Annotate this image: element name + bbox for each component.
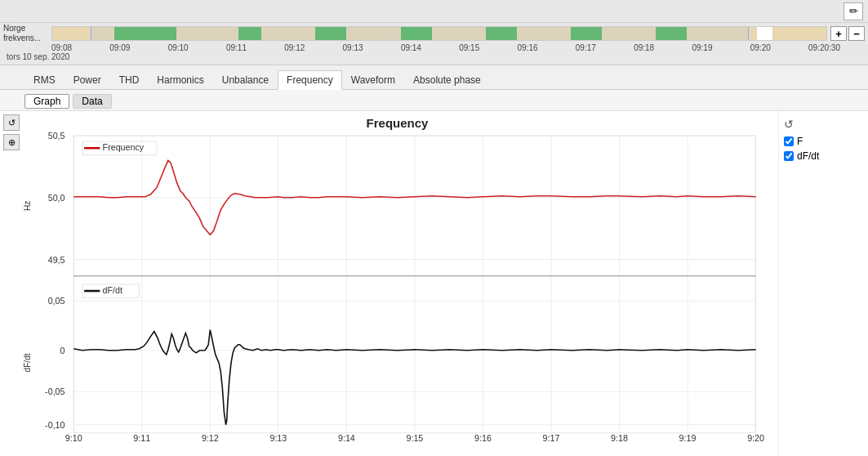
timeline-time-8: 09:16 — [518, 43, 538, 52]
timeline-time-4: 09:12 — [284, 43, 305, 52]
pencil-button[interactable]: ✏ — [844, 2, 863, 20]
tab-rms[interactable]: RMS — [24, 70, 65, 89]
legend-item-f: F — [784, 136, 863, 147]
timeline-time-13: 09:20:30 — [808, 43, 840, 52]
svg-text:Frequency: Frequency — [103, 144, 145, 153]
timeline-time-12: 09:20 — [750, 43, 771, 52]
svg-text:9:11: 9:11 — [133, 434, 150, 443]
tab-frequency[interactable]: Frequency — [278, 70, 342, 90]
frequency-chart: 50,5 50,0 49,5 Hz 0,05 0 -0,05 -0,10 dF/… — [21, 132, 773, 445]
svg-text:Time: Time — [404, 444, 425, 445]
tab-unbalance[interactable]: Unbalance — [213, 70, 278, 89]
tab-absolute-phase[interactable]: Absolute phase — [404, 70, 490, 89]
svg-text:2020 Sep Thu 10: 2020 Sep Thu 10 — [75, 445, 142, 445]
svg-text:9:15: 9:15 — [406, 434, 423, 443]
chart-area: Frequency — [0, 111, 778, 456]
svg-text:9:19: 9:19 — [679, 434, 697, 443]
timeline-time-3: 09:11 — [226, 43, 247, 52]
tab-harmonics[interactable]: Harmonics — [148, 70, 212, 89]
timeline-time-11: 09:19 — [692, 43, 712, 52]
timeline-time-9: 09:17 — [576, 43, 596, 52]
zoom-out-button[interactable]: − — [848, 26, 865, 41]
svg-text:9:18: 9:18 — [611, 434, 628, 443]
svg-text:-0,10: -0,10 — [45, 421, 65, 430]
sub-tab-data[interactable]: Data — [73, 94, 111, 109]
svg-text:9:16: 9:16 — [474, 434, 492, 443]
tab-power[interactable]: Power — [65, 70, 110, 89]
legend-dfdt-label: dF/dt — [797, 150, 819, 162]
legend-f-checkbox[interactable] — [784, 136, 794, 146]
zoom-in-button[interactable]: + — [830, 26, 847, 41]
svg-text:49,5: 49,5 — [48, 256, 65, 265]
tab-thd[interactable]: THD — [110, 70, 149, 89]
svg-text:0: 0 — [60, 346, 65, 355]
timeline-time-6: 09:14 — [401, 43, 421, 52]
refresh-left-icon[interactable]: ↺ — [3, 114, 20, 131]
svg-text:dF/dt: dF/dt — [103, 286, 123, 295]
sub-tab-graph[interactable]: Graph — [24, 94, 69, 109]
timeline-time-0: 09:08 — [51, 43, 72, 52]
timeline-time-5: 09:13 — [343, 43, 363, 52]
svg-text:0,05: 0,05 — [48, 297, 65, 306]
svg-text:9:20: 9:20 — [747, 434, 764, 443]
timeline-time-2: 09:10 — [168, 43, 189, 52]
timeline-location: Norge — [3, 24, 48, 34]
svg-text:9:10: 9:10 — [65, 434, 82, 443]
svg-text:9:12: 9:12 — [202, 434, 219, 443]
svg-text:-0,05: -0,05 — [45, 388, 65, 397]
timeline-time-10: 09:18 — [634, 43, 654, 52]
svg-text:9:13: 9:13 — [269, 434, 287, 443]
timeline-time-7: 09:15 — [459, 43, 479, 52]
legend-panel: ↺ F dF/dt — [778, 111, 868, 456]
pencil-icon: ✏ — [849, 5, 858, 17]
svg-text:50,5: 50,5 — [48, 132, 65, 141]
timeline-sublocation: frekvens... — [3, 34, 48, 43]
legend-dfdt-checkbox[interactable] — [784, 151, 794, 161]
timeline-time-1: 09:09 — [109, 43, 130, 52]
zoom-icon[interactable]: ⊕ — [3, 134, 20, 150]
svg-text:Hz: Hz — [22, 201, 31, 211]
legend-refresh-button[interactable]: ↺ — [784, 118, 794, 131]
svg-text:50,0: 50,0 — [48, 194, 65, 203]
chart-title: Frequency — [21, 116, 773, 130]
nav-tabs: RMS Power THD Harmonics Unbalance Freque… — [0, 65, 868, 90]
legend-item-dfdt: dF/dt — [784, 150, 863, 162]
svg-text:9:14: 9:14 — [338, 434, 355, 443]
timeline-bar[interactable] — [51, 26, 827, 41]
svg-text:dF/dt: dF/dt — [22, 353, 31, 372]
svg-text:9:17: 9:17 — [543, 434, 560, 443]
tab-waveform[interactable]: Waveform — [342, 70, 404, 89]
legend-f-label: F — [797, 136, 803, 147]
timeline-date: tors 10 sep. 2020 — [3, 52, 865, 61]
